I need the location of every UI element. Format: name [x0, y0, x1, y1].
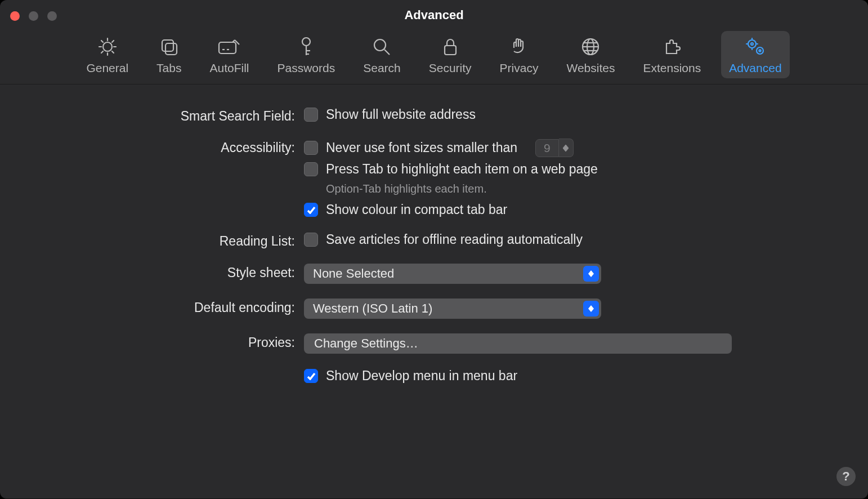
- tab-highlight-hint: Option-Tab highlights each item.: [326, 182, 732, 195]
- compact-colour-checkbox[interactable]: [304, 203, 318, 217]
- proxies-label: Proxies:: [0, 333, 304, 350]
- change-settings-button[interactable]: Change Settings…: [304, 333, 732, 354]
- tab-autofill[interactable]: AutoFill: [202, 31, 257, 78]
- tab-label: Extensions: [643, 61, 701, 75]
- develop-menu-checkbox[interactable]: [304, 369, 318, 383]
- tab-label: General: [86, 61, 128, 75]
- svg-point-35: [759, 50, 760, 51]
- puzzle-icon: [660, 35, 684, 58]
- svg-point-0: [103, 42, 112, 51]
- svg-line-21: [384, 50, 390, 55]
- tab-privacy[interactable]: Privacy: [492, 31, 547, 78]
- svg-line-7: [101, 51, 103, 53]
- gear-icon: [95, 35, 120, 58]
- svg-rect-9: [162, 40, 173, 51]
- tab-label: Passwords: [278, 61, 335, 75]
- tab-search[interactable]: Search: [355, 31, 409, 78]
- window-title: Advanced: [0, 8, 868, 23]
- svg-point-20: [374, 39, 386, 51]
- offline-reading-label: Save articles for offline reading automa…: [326, 232, 583, 247]
- svg-line-6: [112, 51, 114, 53]
- min-font-value: 9: [535, 139, 559, 157]
- svg-point-34: [757, 47, 763, 54]
- svg-point-29: [751, 43, 753, 45]
- tab-label: Security: [429, 61, 472, 75]
- key-icon: [294, 35, 319, 58]
- tab-label: Websites: [566, 61, 615, 75]
- svg-point-16: [302, 38, 310, 46]
- gears-icon: [743, 35, 768, 58]
- svg-rect-11: [219, 42, 236, 54]
- tab-extensions[interactable]: Extensions: [635, 31, 709, 78]
- autofill-icon: [217, 35, 241, 58]
- tab-label: Tabs: [156, 61, 181, 75]
- help-button[interactable]: ?: [836, 467, 856, 486]
- default-encoding-label: Default encoding:: [0, 298, 304, 315]
- develop-menu-label: Show Develop menu in menu bar: [326, 368, 517, 384]
- min-font-checkbox[interactable]: [304, 141, 318, 155]
- style-sheet-label: Style sheet:: [0, 264, 304, 280]
- tab-general[interactable]: General: [78, 31, 136, 78]
- style-sheet-select[interactable]: None Selected: [304, 264, 601, 284]
- tab-security[interactable]: Security: [421, 31, 480, 78]
- style-sheet-value: None Selected: [313, 266, 394, 281]
- compact-colour-label: Show colour in compact tab bar: [326, 202, 507, 217]
- default-encoding-select[interactable]: Western (ISO Latin 1): [304, 298, 601, 319]
- content-area: Smart Search Field: Show full website ad…: [0, 84, 868, 384]
- show-full-address-label: Show full website address: [326, 107, 476, 122]
- preferences-window: Advanced General Tabs AutoFill Passwords: [0, 0, 868, 499]
- tab-label: Search: [363, 61, 401, 75]
- svg-line-5: [101, 41, 103, 42]
- show-full-address-checkbox[interactable]: [304, 108, 318, 122]
- svg-rect-22: [445, 46, 456, 55]
- popup-arrows-icon: [583, 266, 599, 282]
- tab-passwords[interactable]: Passwords: [270, 31, 343, 78]
- tab-label: Privacy: [500, 61, 539, 75]
- search-icon: [369, 35, 394, 58]
- min-font-label: Never use font sizes smaller than: [326, 140, 517, 155]
- titlebar: Advanced: [0, 0, 868, 26]
- offline-reading-checkbox[interactable]: [304, 233, 318, 247]
- tab-label: AutoFill: [209, 61, 249, 75]
- hand-icon: [507, 35, 531, 58]
- svg-point-28: [748, 40, 756, 48]
- tab-label: Advanced: [729, 61, 781, 75]
- min-font-stepper[interactable]: 9: [535, 139, 574, 157]
- svg-line-8: [112, 41, 114, 42]
- preferences-toolbar: General Tabs AutoFill Passwords Search: [0, 26, 868, 84]
- tab-highlight-label: Press Tab to highlight each item on a we…: [326, 162, 598, 177]
- globe-icon: [578, 35, 603, 58]
- stepper-arrows-icon[interactable]: [559, 139, 574, 157]
- tab-tabs[interactable]: Tabs: [149, 31, 189, 78]
- accessibility-label: Accessibility:: [0, 139, 304, 155]
- tab-websites[interactable]: Websites: [558, 31, 623, 78]
- tab-highlight-checkbox[interactable]: [304, 162, 318, 176]
- tab-advanced[interactable]: Advanced: [721, 31, 789, 78]
- default-encoding-value: Western (ISO Latin 1): [313, 301, 432, 316]
- reading-list-label: Reading List:: [0, 232, 304, 249]
- popup-arrows-icon: [583, 301, 599, 317]
- svg-rect-10: [165, 43, 177, 55]
- tabs-icon: [156, 35, 181, 58]
- lock-icon: [438, 35, 463, 58]
- smart-search-label: Smart Search Field:: [0, 107, 304, 124]
